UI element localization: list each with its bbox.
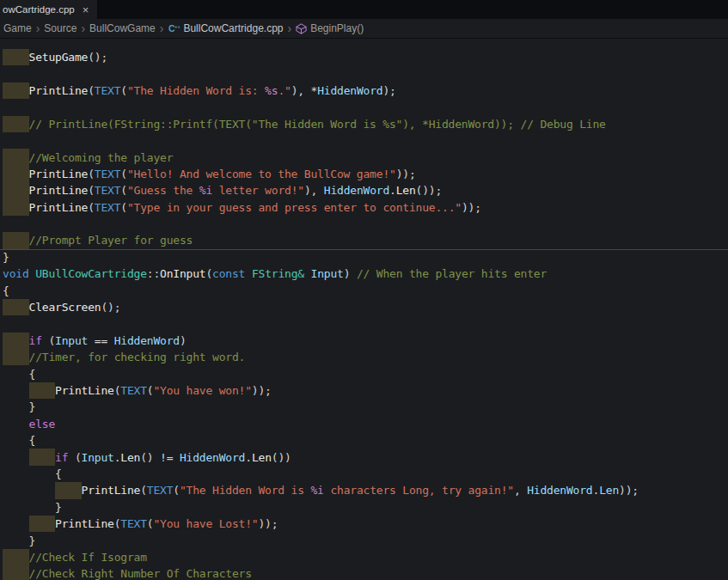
tab-whitespace-highlight — [3, 116, 29, 132]
code-line[interactable]: SetupGame(); — [0, 49, 728, 65]
code-token: if — [55, 451, 68, 464]
code-token: "The Hidden Word is — [180, 484, 311, 497]
code-token: ) — [344, 267, 357, 280]
code-line[interactable]: // PrintLine(FString::Printf(TEXT("The H… — [0, 116, 728, 132]
code-token: PrintLine — [55, 517, 114, 530]
code-token: ( — [173, 484, 180, 497]
code-token: ( — [140, 484, 147, 497]
code-line[interactable]: PrintLine(TEXT("Hello! And welcome to th… — [0, 166, 728, 182]
code-token: ( — [205, 267, 212, 280]
code-line[interactable]: //Check Right Number Of Characters — [0, 565, 728, 580]
code-line[interactable]: } — [0, 499, 728, 516]
tab-whitespace-highlight — [3, 565, 29, 580]
code-token: . — [592, 484, 599, 497]
chevron-separator-icon: › — [288, 22, 292, 34]
tab-whitespace-highlight — [3, 182, 29, 198]
tab-whitespace-highlight — [3, 199, 29, 216]
code-line[interactable]: if (Input == HiddenWord) — [0, 333, 728, 349]
code-line[interactable]: PrintLine(TEXT("You have won!")); — [0, 382, 728, 399]
code-line[interactable]: void UBullCowCartridge::OnInput(const FS… — [0, 266, 728, 282]
code-token: { — [55, 467, 62, 480]
close-icon[interactable]: × — [83, 4, 89, 15]
breadcrumb-item-source[interactable]: Source — [44, 22, 76, 34]
tab-whitespace-highlight — [3, 49, 29, 65]
code-token: } — [55, 501, 62, 514]
breadcrumb-item-game[interactable]: Game — [3, 22, 32, 34]
code-line[interactable] — [0, 132, 728, 149]
breadcrumb-item-file[interactable]: C ++ BullCowCartridge.cpp — [168, 22, 283, 34]
code-token: %i — [199, 184, 212, 197]
code-token: } — [3, 251, 9, 264]
code-line[interactable] — [0, 315, 728, 332]
code-token: "You have Lost!" — [153, 517, 258, 530]
indent — [3, 482, 29, 498]
code-token: ), — [304, 184, 324, 197]
code-token: ( — [120, 84, 127, 97]
code-token: ( — [42, 334, 55, 347]
code-line[interactable]: //Welcoming the player — [0, 149, 728, 165]
code-token: == — [88, 334, 114, 347]
indent — [3, 382, 29, 399]
code-token: TEXT — [120, 517, 147, 530]
code-line[interactable]: if (Input.Len() != HiddenWord.Len()) — [0, 449, 728, 465]
code-line[interactable]: { — [0, 282, 728, 298]
chevron-separator-icon: › — [36, 22, 40, 34]
code-line[interactable]: { — [0, 365, 728, 382]
code-line[interactable]: ClearScreen(); — [0, 299, 728, 315]
code-token: "Guess the — [127, 184, 199, 197]
tab-whitespace-highlight — [29, 516, 56, 532]
code-line[interactable]: } — [0, 532, 728, 548]
code-line[interactable]: { — [0, 466, 728, 482]
code-token: ( — [147, 517, 154, 530]
breadcrumb-item-symbol[interactable]: BeginPlay() — [296, 22, 364, 34]
code-line[interactable]: { — [0, 432, 728, 449]
code-token: characters Long, try again!" — [324, 484, 514, 497]
code-line[interactable]: //Timer, for checking right word. — [0, 349, 728, 365]
code-token: ()) — [272, 451, 291, 464]
code-line[interactable]: PrintLine(TEXT("The Hidden Word is: %s."… — [0, 82, 728, 99]
code-token: , — [514, 484, 527, 497]
indent — [3, 432, 29, 449]
code-token: ( — [88, 184, 95, 197]
code-line[interactable]: //Check If Isogram — [0, 549, 728, 565]
editor-tab[interactable]: owCartridge.cpp × — [0, 0, 98, 19]
code-token: )); — [619, 484, 639, 497]
code-token: //Check If Isogram — [29, 551, 147, 564]
code-token: PrintLine — [29, 184, 89, 197]
code-line[interactable] — [0, 65, 728, 82]
code-line[interactable]: PrintLine(TEXT("The Hidden Word is %i ch… — [0, 482, 728, 498]
code-token: PrintLine — [82, 484, 141, 497]
tab-whitespace-highlight — [55, 482, 82, 498]
code-token: ( — [120, 184, 127, 197]
code-line[interactable]: PrintLine(TEXT("Guess the %i letter word… — [0, 182, 728, 198]
indent — [3, 466, 29, 482]
code-token: const — [212, 267, 245, 280]
code-token: %s — [265, 84, 278, 97]
tab-whitespace-highlight — [3, 549, 29, 565]
code-line[interactable] — [0, 99, 728, 115]
code-token: )); — [396, 168, 416, 180]
code-line[interactable]: } — [0, 399, 728, 415]
code-line[interactable]: PrintLine(TEXT("You have Lost!")); — [0, 516, 728, 532]
code-line[interactable]: //Prompt Player for guess — [0, 232, 728, 248]
tab-whitespace-highlight — [29, 382, 56, 399]
svg-text:++: ++ — [174, 23, 180, 29]
code-token: %i — [310, 484, 323, 497]
code-token: { — [3, 284, 9, 297]
code-token: . — [245, 451, 252, 464]
breadcrumb-item-bullcowgame[interactable]: BullCowGame — [89, 22, 156, 34]
code-line[interactable]: else — [0, 416, 728, 432]
code-token: // When the player hits enter — [357, 267, 547, 280]
indent — [29, 482, 56, 498]
code-token: ( — [120, 201, 127, 214]
code-token: "Type in your guess and press enter to c… — [127, 201, 462, 214]
tab-bar: owCartridge.cpp × — [0, 0, 728, 19]
code-editor[interactable]: SetupGame();PrintLine(TEXT("The Hidden W… — [0, 38, 728, 580]
code-line[interactable]: PrintLine(TEXT("Type in your guess and p… — [0, 199, 728, 216]
breadcrumb-symbol-label: BeginPlay() — [310, 22, 364, 34]
code-area[interactable]: SetupGame();PrintLine(TEXT("The Hidden W… — [0, 49, 728, 580]
code-line[interactable]: } — [0, 249, 728, 266]
code-line[interactable] — [0, 216, 728, 232]
code-token: Input — [55, 334, 88, 347]
code-token: ." — [278, 84, 291, 97]
